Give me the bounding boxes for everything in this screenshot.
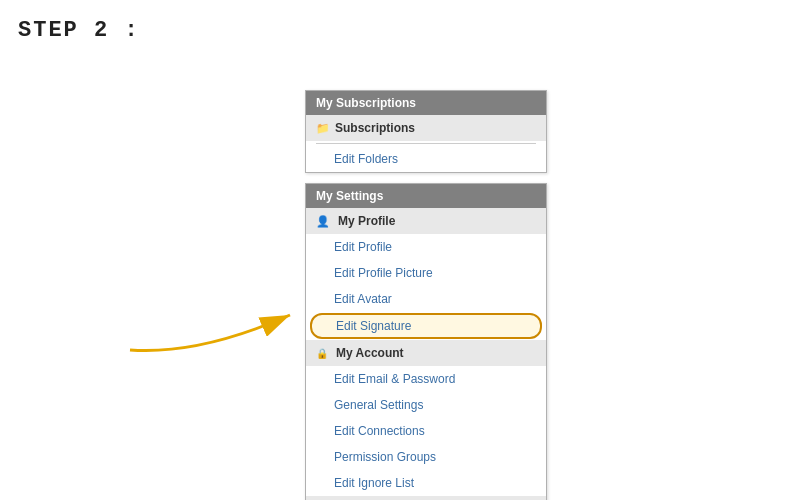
edit-ignore-list-link[interactable]: Edit Ignore List <box>306 470 546 496</box>
settings-header: My Settings <box>306 184 546 208</box>
permission-groups-link[interactable]: Permission Groups <box>306 444 546 470</box>
menus-container: My Subscriptions 📁 Subscriptions Edit Fo… <box>305 90 547 500</box>
lock-icon <box>316 344 331 362</box>
edit-profile-picture-link[interactable]: Edit Profile Picture <box>306 260 546 286</box>
subscriptions-menu: My Subscriptions 📁 Subscriptions Edit Fo… <box>305 90 547 173</box>
person-icon <box>316 212 333 230</box>
edit-avatar-link[interactable]: Edit Avatar <box>306 286 546 312</box>
edit-connections-link[interactable]: Edit Connections <box>306 418 546 444</box>
arrow-indicator <box>120 280 320 363</box>
my-profile-section: My Profile <box>306 208 546 234</box>
edit-profile-link[interactable]: Edit Profile <box>306 234 546 260</box>
settings-menu: My Settings My Profile Edit Profile Edit… <box>305 183 547 500</box>
folder-icon: 📁 <box>316 120 330 137</box>
edit-folders-link[interactable]: Edit Folders <box>306 146 546 172</box>
edit-signature-link[interactable]: Edit Signature <box>310 313 542 339</box>
general-settings-link[interactable]: General Settings <box>306 392 546 418</box>
menu-divider <box>316 143 536 144</box>
edit-email-password-link[interactable]: Edit Email & Password <box>306 366 546 392</box>
step-title: STEP 2 : <box>0 0 800 43</box>
subscriptions-folder-item[interactable]: 📁 Subscriptions <box>306 115 546 141</box>
my-account-section: My Account <box>306 340 546 366</box>
networking-section: Networking <box>306 496 546 500</box>
subscriptions-header: My Subscriptions <box>306 91 546 115</box>
